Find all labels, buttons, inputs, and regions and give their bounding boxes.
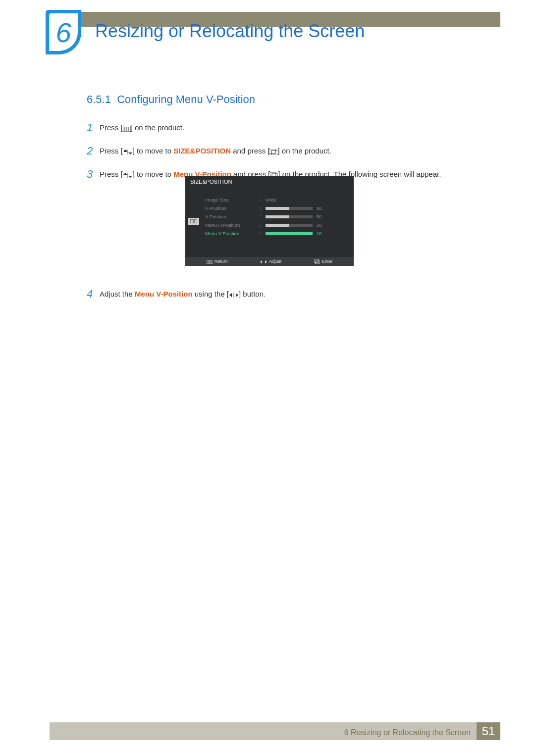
step-text: Adjust the Menu V-Position using the [] … bbox=[100, 285, 266, 302]
osd-row-menu-h-position: Menu H-Position : 50 bbox=[205, 221, 354, 229]
step-text: Press [] on the product. bbox=[100, 119, 184, 136]
osd-title: SIZE&POSITION bbox=[185, 176, 354, 188]
step-number: 4 bbox=[87, 285, 100, 302]
enter-icon bbox=[314, 259, 320, 264]
section-heading: 6.5.1 Configuring Menu V-Position bbox=[87, 93, 255, 106]
svg-rect-12 bbox=[194, 219, 197, 223]
emphasis: SIZE&POSITION bbox=[173, 147, 231, 155]
osd-slider bbox=[266, 215, 313, 218]
enter-icon bbox=[269, 146, 277, 157]
section-title-text: Configuring Menu V-Position bbox=[117, 93, 255, 105]
osd-panel: SIZE&POSITION Image Size : Wide H-Positi… bbox=[185, 176, 354, 266]
svg-rect-11 bbox=[190, 219, 193, 223]
osd-slider bbox=[266, 207, 313, 210]
step-4: 4 Adjust the Menu V-Position using the [… bbox=[87, 285, 485, 302]
osd-enter: Enter bbox=[314, 259, 333, 264]
step-number: 3 bbox=[87, 165, 100, 183]
osd-row-menu-v-position: Menu V-Position : 10 bbox=[205, 229, 354, 238]
osd-row-image-size: Image Size : Wide bbox=[205, 196, 354, 204]
osd-footer: Return Adjust Enter bbox=[185, 257, 354, 266]
osd-row-h-position: H-Position : 50 bbox=[205, 204, 354, 212]
step-2: 2 Press [] to move to SIZE&POSITION and … bbox=[87, 142, 485, 159]
osd-category-icon bbox=[188, 218, 199, 225]
osd-row-v-position: V-Position : 50 bbox=[205, 212, 354, 221]
up-down-icon bbox=[123, 146, 133, 157]
page-title: Resizing or Relocating the Screen bbox=[95, 21, 365, 42]
menu-icon bbox=[123, 122, 131, 134]
section-number: 6.5.1 bbox=[87, 93, 111, 105]
menu-icon bbox=[207, 259, 213, 264]
svg-rect-5 bbox=[269, 149, 275, 153]
step-1: 1 Press [] on the product. bbox=[87, 119, 485, 136]
chapter-badge: 6 bbox=[46, 10, 81, 54]
step-number: 1 bbox=[87, 119, 100, 136]
svg-rect-6 bbox=[271, 151, 277, 155]
osd-return: Return bbox=[207, 259, 228, 264]
left-right-icon bbox=[260, 259, 267, 264]
osd-slider bbox=[266, 224, 313, 227]
step-text: Press [] to move to SIZE&POSITION and pr… bbox=[100, 142, 331, 159]
left-right-icon bbox=[229, 289, 239, 301]
osd-rows: Image Size : Wide H-Position : 50 V-Posi… bbox=[185, 188, 354, 238]
page-number: 51 bbox=[477, 722, 500, 740]
step-number: 2 bbox=[87, 142, 100, 159]
emphasis: Menu V-Position bbox=[135, 290, 193, 298]
footer-text: 6 Resizing or Relocating the Screen bbox=[344, 728, 471, 737]
chapter-number: 6 bbox=[49, 13, 78, 51]
osd-adjust: Adjust bbox=[260, 259, 281, 264]
osd-slider bbox=[266, 232, 313, 235]
up-down-icon bbox=[123, 169, 133, 181]
